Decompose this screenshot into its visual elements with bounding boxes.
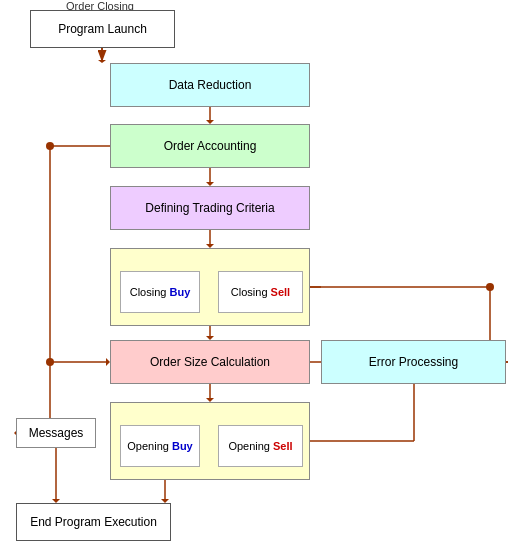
defining-trading-box: Defining Trading Criteria [110,186,310,230]
svg-point-14 [46,142,54,150]
defining-trading-label: Defining Trading Criteria [145,201,274,215]
end-program-label: End Program Execution [30,515,157,529]
svg-point-19 [46,358,54,366]
error-processing-label: Error Processing [369,355,458,369]
opening-sell-text: Opening Sell [228,440,292,452]
closing-buy-box: Closing Buy [120,271,200,313]
closing-sell-text: Closing Sell [231,286,290,298]
error-processing-box: Error Processing [321,340,506,384]
closing-buy-bold: Buy [169,286,190,298]
opening-buy-text: Opening Buy [127,440,192,452]
opening-buy-box: Opening Buy [120,425,200,467]
svg-point-29 [486,283,494,291]
end-program-box: End Program Execution [16,503,171,541]
order-accounting-label: Order Accounting [164,139,257,153]
order-calculation-label: Order Size Calculation [150,355,270,369]
closing-sell-bold: Sell [271,286,291,298]
program-launch-box: Program Launch [30,10,175,48]
messages-box: Messages [16,418,96,448]
messages-label: Messages [29,426,84,440]
closing-buy-text: Closing Buy [130,286,191,298]
data-reduction-box: Data Reduction [110,63,310,107]
data-reduction-label: Data Reduction [169,78,252,92]
opening-sell-box: Opening Sell [218,425,303,467]
closing-sell-box: Closing Sell [218,271,303,313]
order-calculation-box: Order Size Calculation [110,340,310,384]
opening-buy-bold: Buy [172,440,193,452]
svg-marker-3 [98,60,106,63]
order-accounting-box: Order Accounting [110,124,310,168]
opening-sell-bold: Sell [273,440,293,452]
program-launch-label: Program Launch [58,22,147,36]
flowchart-diagram: Program Launch Data Reduction Order Acco… [0,0,525,547]
